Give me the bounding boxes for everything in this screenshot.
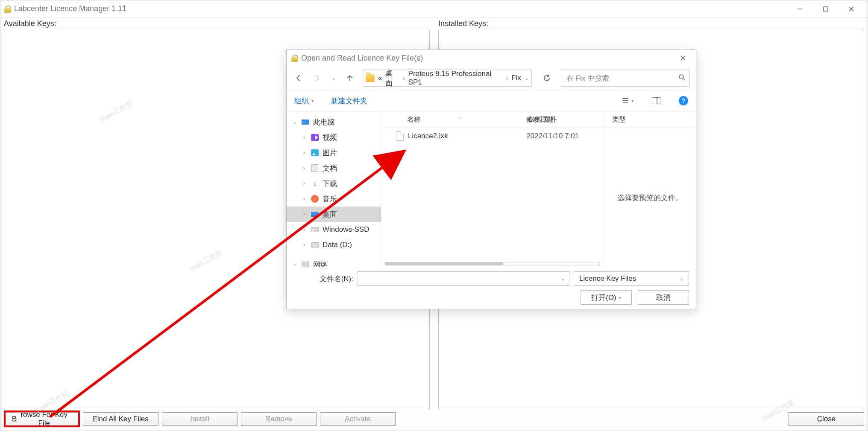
dialog-bottom: 文件名(N): ⌄ Licence Key Files⌄ 打开(O)▾ 取消 (287, 267, 696, 309)
file-open-dialog: Open and Read Licence Key File(s) ⌄ « 桌面… (286, 49, 696, 309)
close-label: lose (822, 415, 836, 423)
file-type: LXK 文件 (528, 115, 557, 124)
chevron-right-icon: › (506, 75, 508, 82)
tree-item-this-pc[interactable]: ⌄ 此电脑 (287, 114, 381, 130)
tree-item-pictures[interactable]: ›图片 (287, 145, 381, 160)
tree-item-drive-c[interactable]: ›Windows-SSD (287, 222, 381, 237)
remove-button[interactable]: Remove (241, 412, 317, 426)
tree-item-desktop[interactable]: ›桌面 (287, 207, 381, 222)
browse-for-key-file-button[interactable]: Browse For Key File (4, 412, 79, 426)
svg-point-6 (679, 75, 683, 79)
install-button[interactable]: Install (162, 412, 238, 426)
new-folder-button[interactable]: 新建文件夹 (331, 96, 367, 106)
window-title: Labcenter Licence Manager 1.11 (14, 4, 787, 13)
maximize-button[interactable] (813, 0, 839, 17)
chevron-right-icon: › (301, 196, 307, 202)
nav-up-button[interactable] (344, 72, 356, 84)
dialog-nav-row: ⌄ « 桌面 › Proteus 8.15 Professional SP1 ›… (287, 67, 696, 90)
tree-item-videos[interactable]: ›视频 (287, 130, 381, 145)
refresh-button[interactable] (539, 70, 555, 86)
tree-item-drive-d[interactable]: ›Data (D:) (287, 237, 381, 253)
activate-label: ctivate (350, 415, 371, 423)
pc-icon (302, 119, 309, 125)
column-name[interactable]: 名称˄ (381, 115, 526, 124)
organize-button[interactable]: 组织▾ (294, 96, 314, 106)
tree-item-network[interactable]: ›网络 (287, 257, 381, 267)
list-item[interactable]: Licence2.lxk 2022/11/10 7:01 (381, 128, 603, 144)
horizontal-scrollbar[interactable] (385, 262, 600, 265)
dialog-titlebar: Open and Read Licence Key File(s) (287, 50, 696, 67)
filename-input[interactable]: ⌄ (358, 271, 569, 286)
chevron-down-icon: ⌄ (292, 119, 298, 125)
help-icon[interactable]: ? (679, 96, 688, 105)
file-name: Licence2.lxk (408, 132, 448, 140)
chevron-down-icon[interactable]: ⌄ (525, 75, 529, 81)
search-input[interactable]: 在 Fix 中搜索 (562, 70, 690, 87)
find-all-key-files-button[interactable]: Find All Key Files (83, 412, 158, 426)
preview-empty-text: 选择要预览的文件。 (604, 128, 696, 267)
column-type[interactable]: 类型 LXK 文件 (604, 112, 696, 128)
chevron-right-icon: › (301, 165, 307, 171)
dialog-close-button[interactable] (674, 50, 692, 67)
documents-icon (311, 164, 318, 172)
main-titlebar: Labcenter Licence Manager 1.11 (0, 0, 868, 17)
svg-rect-11 (652, 97, 660, 104)
network-icon (302, 262, 309, 267)
breadcrumb-seg[interactable]: 桌面 (385, 68, 399, 88)
svg-line-7 (683, 79, 685, 80)
chevron-right-icon: › (301, 227, 307, 233)
remove-label: emove (270, 415, 292, 423)
find-label: ind All Key Files (97, 415, 149, 423)
install-label: nstall (192, 415, 209, 423)
window-controls (787, 0, 864, 17)
sort-indicator-icon: ˄ (459, 117, 461, 122)
dialog-toolbar: 组织▾ 新建文件夹 ▾ ? (287, 90, 696, 112)
chevron-down-icon: ⌄ (561, 276, 565, 282)
tree-item-music[interactable]: ›♪音乐 (287, 191, 381, 207)
open-button[interactable]: 打开(O)▾ (581, 290, 632, 305)
search-placeholder: 在 Fix 中搜索 (566, 73, 609, 83)
lock-icon (291, 54, 299, 62)
chevron-right-icon: › (403, 75, 405, 82)
breadcrumb-prefix: « (378, 74, 382, 82)
folder-icon (366, 74, 375, 82)
cancel-button[interactable]: 取消 (638, 290, 689, 305)
minimize-button[interactable] (787, 0, 813, 17)
breadcrumb[interactable]: « 桌面 › Proteus 8.15 Professional SP1 › F… (363, 70, 532, 87)
search-icon (678, 74, 685, 83)
chevron-down-icon: ⌄ (680, 276, 683, 282)
close-main-button[interactable]: Close (789, 412, 864, 426)
lock-icon (4, 5, 12, 13)
close-button[interactable] (839, 0, 864, 17)
nav-recent-dropdown[interactable]: ⌄ (330, 72, 337, 84)
breadcrumb-seg[interactable]: Proteus 8.15 Professional SP1 (408, 70, 503, 87)
filename-label: 文件名(N): (293, 274, 353, 284)
breadcrumb-seg[interactable]: Fix (511, 74, 521, 82)
folder-tree[interactable]: ⌄ 此电脑 ›视频 ›图片 ›文档 ›↓下载 ›♪音乐 ›桌面 ›Windows… (287, 112, 381, 267)
activate-button[interactable]: Activate (320, 412, 396, 426)
tree-item-downloads[interactable]: ›↓下载 (287, 176, 381, 191)
dialog-title: Open and Read Licence Key File(s) (301, 54, 674, 63)
svg-rect-1 (824, 7, 828, 11)
pictures-icon (311, 149, 319, 156)
chevron-right-icon: › (301, 150, 307, 156)
drive-icon (311, 242, 319, 248)
chevron-right-icon: › (301, 134, 307, 140)
available-keys-label: Available Keys: (4, 19, 430, 28)
chevron-right-icon: › (301, 211, 307, 217)
drive-icon (311, 227, 319, 232)
nav-back-button[interactable] (293, 72, 305, 84)
main-window: Labcenter Licence Manager 1.11 Available… (0, 0, 868, 431)
desktop-icon (311, 212, 319, 217)
preview-pane-button[interactable] (651, 95, 662, 106)
chevron-right-icon: › (301, 242, 307, 248)
music-icon: ♪ (311, 195, 319, 203)
file-list-area: 名称˄ 修改日期 Licence2.lxk 2022/11/10 7:01 类型… (381, 112, 696, 267)
filter-dropdown[interactable]: Licence Key Files⌄ (574, 271, 689, 286)
chevron-right-icon: › (301, 181, 307, 186)
file-list[interactable]: 名称˄ 修改日期 Licence2.lxk 2022/11/10 7:01 (381, 112, 604, 267)
footer: Browse For Key File Find All Key Files I… (0, 409, 868, 431)
tree-item-documents[interactable]: ›文档 (287, 160, 381, 176)
nav-forward-button[interactable] (311, 72, 323, 84)
view-options-button[interactable]: ▾ (622, 95, 633, 106)
